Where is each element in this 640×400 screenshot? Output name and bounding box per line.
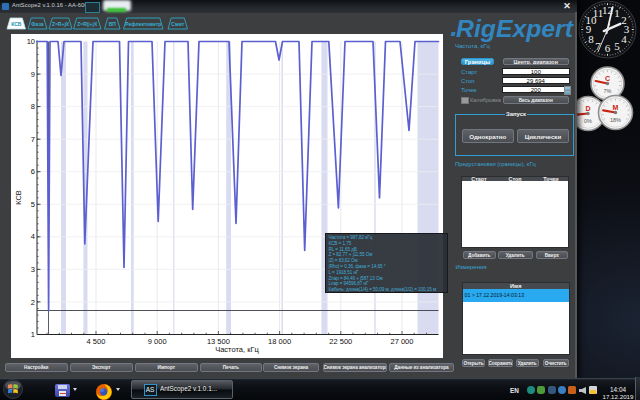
- svg-text:4 500: 4 500: [87, 336, 106, 345]
- svg-text:27 000: 27 000: [391, 336, 414, 345]
- svg-text:Рефлектометр: Рефлектометр: [125, 21, 161, 27]
- svg-text:9 000: 9 000: [148, 336, 167, 345]
- svg-text:8: 8: [31, 102, 35, 111]
- svg-text:5: 5: [31, 199, 35, 208]
- svg-text:5: 5: [614, 40, 620, 52]
- svg-text:18 000: 18 000: [268, 336, 291, 345]
- svg-text:Z=R||+jX: Z=R||+jX: [77, 21, 98, 27]
- svg-text:1: 1: [614, 7, 620, 19]
- svg-text:2: 2: [31, 297, 35, 306]
- svg-text:6: 6: [31, 167, 35, 176]
- svg-text:10: 10: [27, 37, 35, 46]
- svg-text:M: M: [613, 104, 619, 111]
- svg-text:Z=R+jX: Z=R+jX: [52, 21, 70, 27]
- svg-text:Частота, кГц: Частота, кГц: [215, 345, 259, 354]
- svg-text:9: 9: [31, 69, 35, 78]
- svg-text:6: 6: [605, 42, 611, 54]
- svg-text:C: C: [605, 75, 610, 82]
- svg-text:7: 7: [31, 134, 35, 143]
- svg-text:1: 1: [31, 330, 35, 339]
- svg-text:4: 4: [621, 33, 627, 45]
- svg-text:4: 4: [31, 232, 35, 241]
- svg-text:22 500: 22 500: [329, 336, 352, 345]
- svg-text:ВП: ВП: [109, 21, 117, 27]
- svg-text:18%: 18%: [610, 117, 621, 123]
- svg-text:RigExpert: RigExpert: [456, 16, 574, 42]
- svg-text:Фаза: Фаза: [31, 21, 44, 27]
- svg-text:0%: 0%: [584, 118, 592, 124]
- svg-text:D: D: [585, 105, 590, 112]
- svg-text:Смит: Смит: [171, 21, 184, 27]
- svg-text:7%: 7%: [604, 88, 612, 94]
- svg-text:КСВ: КСВ: [11, 21, 22, 27]
- svg-text:КСВ: КСВ: [14, 190, 23, 205]
- svg-text:3: 3: [31, 265, 35, 274]
